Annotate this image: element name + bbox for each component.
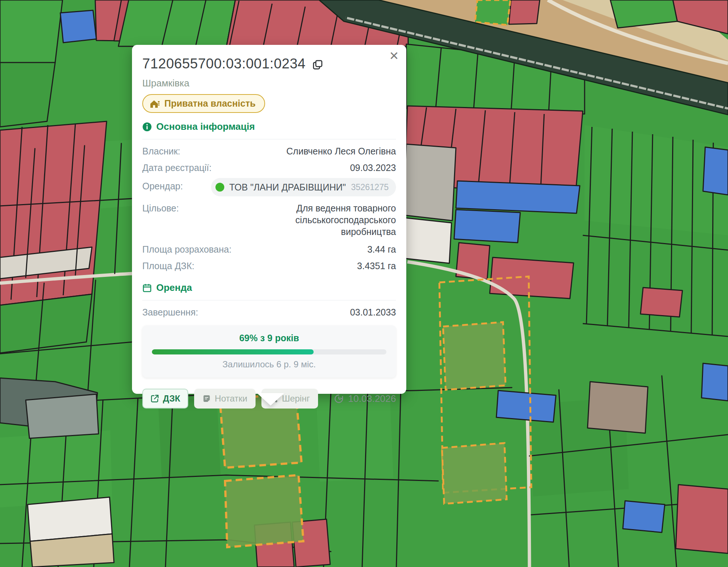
lease-progress-track [152,349,386,354]
registration-date-value: 09.03.2023 [350,162,396,174]
owner-value: Сливченко Леся Олегівна [286,145,396,157]
data-actuality-date-value: 10.03.2026 [348,393,396,404]
ownership-badge: Приватна власність [142,94,265,113]
lease-progress-remaining: Залишилось 6 р. 9 міс. [152,359,386,370]
lease-progress-title: 69% з 9 років [152,333,386,343]
main-info-section-title: Основна інформація [156,121,255,132]
dzk-button-label: ДЗК [163,393,180,404]
settlement-name: Шрамківка [142,78,396,89]
lease-progress-fill [152,349,314,354]
calendar-icon [142,283,152,293]
parcel-cadastre-number: 7120655700:03:001:0234 [142,56,306,72]
divider [142,139,396,139]
lease-end-row: Завершення: 03.01.2033 [142,306,396,318]
purpose-row: Цільове: Для ведення товарного сільськог… [142,202,396,238]
cadastre-map-app: { "popup": { "title": "7120655700:03:001… [0,0,728,567]
tenant-row: Орендар: ТОВ "ЛАНИ ДРАБІВЩИНИ" 35261275 [142,180,396,196]
area-dzk-label: Площа ДЗК: [142,260,195,272]
close-icon[interactable]: ✕ [389,50,399,62]
note-icon [202,394,211,403]
lease-end-value: 03.01.2033 [350,306,396,318]
lease-progress-box: 69% з 9 років Залишилось 6 р. 9 міс. [142,325,396,378]
info-icon [142,122,152,132]
lease-end-label: Завершення: [142,306,198,318]
area-calculated-label: Площа розрахована: [142,243,232,255]
owner-row: Власник: Сливченко Леся Олегівна [142,145,396,157]
purpose-value: Для ведення товарного сільськогосподарсь… [238,202,396,238]
tenant-label: Орендар: [142,180,183,192]
tenant-chip[interactable]: ТОВ "ЛАНИ ДРАБІВЩИНИ" 35261275 [211,178,396,196]
tenant-name: ТОВ "ЛАНИ ДРАБІВЩИНИ" [229,181,346,193]
dzk-button[interactable]: ДЗК [142,389,188,409]
popup-tail [257,393,284,406]
sharing-button-label: Шерінг [282,393,310,404]
notes-button[interactable]: Нотатки [194,389,256,409]
house-icon [150,99,160,108]
parcel-popup: ✕ 7120655700:03:001:0234 Шрамківка Прива… [132,45,406,394]
external-link-icon [150,394,159,403]
copy-icon[interactable] [312,59,323,70]
lease-section-title: Оренда [156,282,192,293]
registration-date-row: Дата реєстрації: 09.03.2023 [142,162,396,174]
history-clock-icon [334,394,344,404]
ownership-badge-label: Приватна власність [164,98,256,109]
data-actuality-date: 10.03.2026 [334,393,396,404]
purpose-label: Цільове: [142,202,179,214]
area-calculated-row: Площа розрахована: 3.44 га [142,243,396,255]
notes-button-label: Нотатки [215,393,247,404]
main-info-section-header: Основна інформація [142,121,396,132]
divider [142,300,396,300]
area-calculated-value: 3.44 га [367,243,396,255]
tenant-status-dot [215,183,224,192]
owner-label: Власник: [142,145,180,157]
tenant-code: 35261275 [351,181,389,193]
area-dzk-row: Площа ДЗК: 3.4351 га [142,260,396,272]
lease-section-header: Оренда [142,282,396,293]
registration-date-label: Дата реєстрації: [142,162,211,174]
area-dzk-value: 3.4351 га [357,260,396,272]
